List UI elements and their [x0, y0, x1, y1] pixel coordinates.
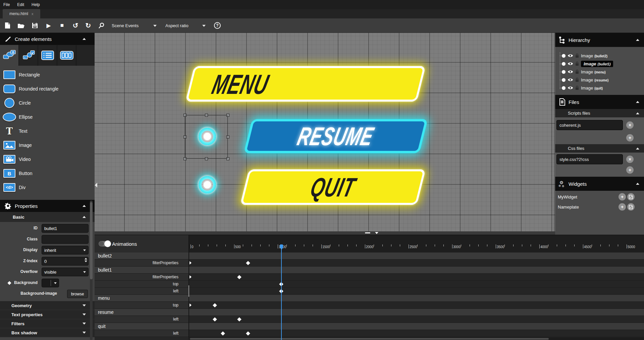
selection-handle[interactable] — [205, 114, 208, 117]
track-group-quit[interactable]: quit — [95, 323, 644, 330]
hierarchy-item-resume[interactable]: Image(resume) — [562, 76, 644, 83]
track-bullet1-left[interactable]: left — [95, 288, 644, 295]
save-icon[interactable] — [30, 20, 40, 31]
browse-button[interactable]: browse — [67, 290, 88, 298]
panel-collapse-arrow-icon[interactable] — [95, 183, 97, 187]
section-box-shadow[interactable]: Box shadow — [0, 328, 95, 337]
add-widget-button[interactable]: + — [619, 203, 626, 211]
hierarchy-item-bullet1[interactable]: Image(bullet1) — [562, 60, 644, 67]
element-item-circle[interactable]: Circle — [0, 96, 95, 110]
visibility-dot-icon[interactable] — [562, 62, 566, 66]
add-widget-button[interactable]: + — [619, 193, 626, 201]
properties-header[interactable]: Properties — [0, 200, 95, 212]
edit-widget-button[interactable] — [627, 193, 635, 201]
tab-smart-elements[interactable]: 7, — [19, 45, 38, 66]
file-entry-input[interactable] — [556, 120, 623, 130]
track-quit-left[interactable]: left — [95, 330, 644, 337]
lock-icon[interactable] — [575, 86, 579, 90]
selection-handle[interactable] — [226, 135, 229, 138]
lock-icon[interactable] — [575, 69, 579, 74]
remove-file-button[interactable]: × — [626, 121, 634, 129]
edit-widget-button[interactable] — [627, 203, 635, 211]
element-item-button[interactable]: BButton — [0, 166, 95, 180]
animations-toggle[interactable] — [99, 241, 111, 246]
zindex-stepper[interactable] — [42, 257, 89, 266]
lock-icon[interactable] — [575, 53, 579, 58]
keyframe-icon[interactable] — [221, 331, 225, 336]
track-bullet1-filterProperties[interactable]: filterProperties — [95, 274, 644, 281]
eye-icon[interactable] — [568, 78, 573, 82]
lock-icon[interactable] — [575, 77, 579, 82]
tab-list-elements[interactable] — [38, 45, 57, 66]
track-resume-left[interactable]: left — [95, 316, 644, 323]
selection-handle[interactable] — [205, 157, 208, 160]
zindex-spinner[interactable] — [85, 258, 87, 262]
hierarchy-item-bullet2[interactable]: Image(bullet2) — [562, 52, 644, 59]
scene-events-caret-icon[interactable] — [153, 25, 157, 27]
selection-handle[interactable] — [183, 114, 186, 117]
add-file-button[interactable]: + — [626, 134, 634, 141]
tab-close-icon[interactable]: x — [32, 12, 34, 16]
keyframe-edge-icon[interactable] — [190, 261, 192, 265]
keyframe-icon[interactable] — [213, 317, 217, 322]
playhead-line[interactable] — [281, 245, 282, 340]
timeline-ruler[interactable]: 0500100015002000250030003500400045005000 — [189, 235, 644, 252]
files-header[interactable]: Files — [555, 95, 644, 109]
scene-events-dropdown[interactable]: Scene Events — [112, 18, 139, 33]
track-group-bullet2[interactable]: bullet2 — [95, 252, 644, 260]
visibility-dot-icon[interactable] — [562, 54, 566, 58]
id-field[interactable] — [42, 224, 89, 233]
element-item-text[interactable]: TText — [0, 124, 95, 138]
canvas[interactable]: MENURESUMEQUIT — [95, 33, 555, 235]
collapse-caret-icon[interactable] — [636, 112, 639, 114]
hierarchy-header[interactable]: Hierarchy — [555, 33, 644, 47]
remove-file-button[interactable]: × — [626, 156, 634, 163]
track-bullet2-filterProperties[interactable]: filterProperties — [95, 260, 644, 267]
aspect-ratio-caret-icon[interactable] — [202, 25, 206, 27]
help-icon[interactable]: ? — [214, 22, 221, 29]
keyframe-icon[interactable] — [213, 303, 217, 307]
selection-handle[interactable] — [183, 157, 186, 160]
game-button-menu[interactable]: MENU — [185, 66, 426, 102]
undo-icon[interactable]: ↺ — [70, 20, 80, 31]
section-geometry[interactable]: Geometry — [0, 301, 95, 310]
overflow-select[interactable]: visible — [42, 268, 89, 276]
canvas-scroll-thumb[interactable] — [365, 232, 370, 233]
stop-icon[interactable]: ■ — [57, 20, 67, 31]
collapse-caret-icon[interactable] — [636, 101, 639, 103]
timeline-vscroll-thumb[interactable] — [189, 285, 189, 297]
visibility-dot-icon[interactable] — [562, 70, 566, 74]
tab-menu-html[interactable]: menu.html x — [3, 9, 40, 18]
tab-shape-elements[interactable]: B — [0, 45, 19, 66]
visibility-dot-icon[interactable] — [562, 78, 566, 82]
eye-icon[interactable] — [568, 54, 573, 58]
create-elements-header[interactable]: Create elements — [0, 33, 95, 45]
keyframe-icon[interactable] — [237, 275, 241, 279]
menu-help[interactable]: Help — [32, 2, 40, 7]
widgets-header[interactable]: ⚙⚙⚙ Widgets — [555, 177, 644, 191]
collapse-caret-icon[interactable] — [636, 39, 639, 41]
selection-handle[interactable] — [226, 114, 229, 117]
left-panel-scroll-thumb[interactable] — [90, 202, 93, 279]
keyframe-icon[interactable] — [246, 331, 250, 336]
open-file-icon[interactable] — [16, 20, 26, 31]
track-bullet1-top[interactable]: top — [95, 281, 644, 288]
eye-icon[interactable] — [568, 62, 573, 66]
bullet-bullet2[interactable] — [199, 176, 216, 193]
files-group-scripts-files[interactable]: Scripts files — [555, 109, 644, 117]
canvas-scroll-arrow-icon[interactable] — [375, 232, 378, 234]
display-select[interactable]: inherit — [42, 246, 89, 254]
hierarchy-item-quit[interactable]: Image(quit) — [562, 84, 644, 92]
lock-icon[interactable] — [575, 61, 579, 66]
menu-file[interactable]: File — [3, 2, 10, 7]
element-item-div[interactable]: <d>Div — [0, 180, 95, 194]
timeline-hscrollbar[interactable] — [189, 337, 644, 340]
element-item-ellipse[interactable]: Ellipse — [0, 110, 95, 124]
selection-box[interactable] — [185, 115, 228, 159]
collapse-caret-icon[interactable] — [636, 183, 639, 185]
new-file-icon[interactable] — [2, 20, 12, 31]
basic-section-header[interactable]: Basic — [0, 212, 95, 222]
spin-up-icon[interactable] — [85, 258, 87, 260]
hierarchy-item-menu[interactable]: Image(menu) — [562, 68, 644, 75]
section-filters[interactable]: Filters — [0, 319, 95, 328]
